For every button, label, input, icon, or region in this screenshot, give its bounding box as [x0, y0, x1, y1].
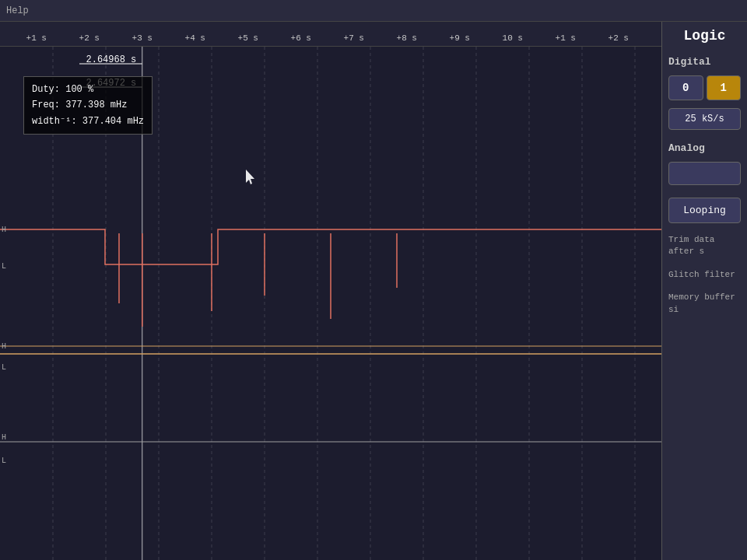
- digital-label: Digital: [668, 56, 741, 68]
- main-content: +1 s +2 s +3 s +4 s +5 s +6 s +7 s +8 s …: [0, 22, 747, 560]
- panel-title: Logic: [668, 28, 741, 44]
- svg-text:L: L: [2, 363, 6, 372]
- tick-4: +4 s: [185, 33, 205, 43]
- title-bar: Help: [0, 0, 747, 22]
- tick-1: +1 s: [26, 33, 47, 43]
- time-ruler: +1 s +2 s +3 s +4 s +5 s +6 s +7 s +8 s …: [0, 22, 661, 47]
- tick-12: +2 s: [608, 33, 629, 43]
- svg-text:2.64968 s: 2.64968 s: [86, 54, 137, 65]
- tick-6: +6 s: [291, 33, 311, 43]
- svg-text:L: L: [2, 262, 6, 271]
- tick-10: 10 s: [503, 33, 523, 43]
- tick-5: +5 s: [238, 33, 258, 43]
- tick-2: +2 s: [79, 33, 100, 43]
- analog-input-box[interactable]: [668, 162, 741, 185]
- tick-7: +7 s: [344, 33, 364, 43]
- sample-rate-display: 25 kS/s: [668, 108, 741, 130]
- freq-text: Freq: 377.398 mHz: [32, 97, 144, 113]
- tick-8: +8 s: [397, 33, 417, 43]
- looping-button[interactable]: Looping: [668, 198, 741, 223]
- measurement-box: Duty: 100 % Freq: 377.398 mHz width⁻¹: 3…: [23, 76, 153, 135]
- svg-text:H: H: [2, 226, 6, 234]
- digital-buttons: 0 1: [668, 75, 741, 100]
- memory-buffer-label: Memory buffer si: [668, 292, 741, 316]
- waveform-area[interactable]: +1 s +2 s +3 s +4 s +5 s +6 s +7 s +8 s …: [0, 22, 661, 560]
- tick-9: +9 s: [450, 33, 470, 43]
- tick-11: +1 s: [556, 33, 576, 43]
- right-panel: Logic Digital 0 1 25 kS/s Analog Looping…: [661, 22, 747, 560]
- trim-data-label: Trim data after s: [668, 234, 741, 258]
- svg-text:H: H: [2, 433, 6, 442]
- duty-text: Duty: 100 %: [32, 82, 144, 97]
- btn-0[interactable]: 0: [668, 75, 703, 100]
- menu-help[interactable]: Help: [6, 5, 29, 16]
- btn-1[interactable]: 1: [707, 75, 742, 100]
- svg-text:H: H: [2, 342, 6, 351]
- svg-text:L: L: [2, 457, 6, 465]
- svg-marker-36: [246, 170, 254, 184]
- analog-label: Analog: [668, 142, 741, 154]
- glitch-filter-label: Glitch filter: [668, 269, 741, 281]
- width-inv-text: width⁻¹: 377.404 mHz: [32, 114, 144, 129]
- tick-3: +3 s: [132, 33, 153, 43]
- waveform-canvas: Duty: 100 % Freq: 377.398 mHz width⁻¹: 3…: [0, 47, 661, 560]
